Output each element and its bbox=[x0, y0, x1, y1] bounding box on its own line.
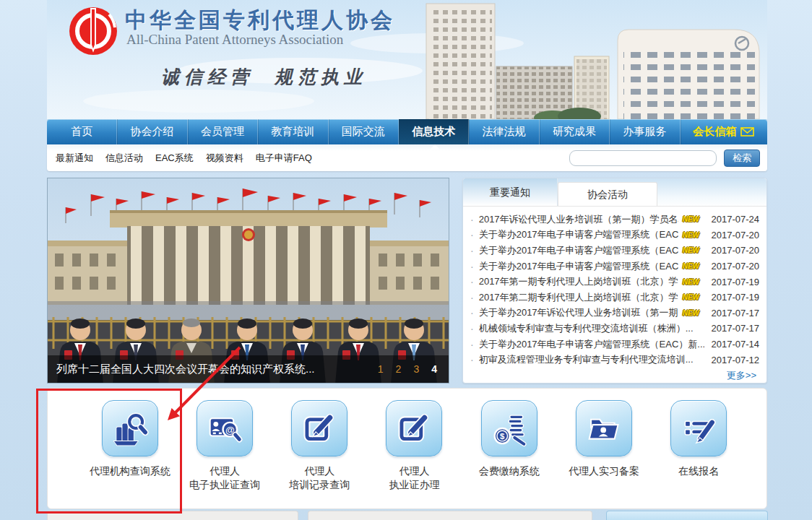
acpaa-logo bbox=[67, 4, 119, 58]
nav-item-training[interactable]: 教育培训 bbox=[258, 119, 328, 144]
search-button[interactable]: 检索 bbox=[724, 150, 760, 167]
new-badge: NEW bbox=[683, 215, 699, 223]
slogan-integrity: 诚信经营 bbox=[161, 65, 254, 89]
notice-title: 初审及流程管理业务专利审查与专利代理交流培训... bbox=[479, 353, 704, 366]
bullet-icon: · bbox=[470, 323, 474, 334]
edit-square-icon bbox=[301, 410, 338, 447]
active-tab-caret bbox=[429, 144, 441, 150]
nav-item-laws[interactable]: 法律法规 bbox=[469, 119, 539, 144]
notice-date: 2017-07-20 bbox=[704, 230, 759, 240]
id-card-search-icon: @ bbox=[206, 410, 243, 447]
notice-row[interactable]: ·关于举办2017年电子申请客户端管理系统（EAC）新...NEW2017-07… bbox=[470, 243, 759, 259]
quicklink-label: 代理人 培训记录查询 bbox=[289, 464, 350, 492]
bottom-panel-left bbox=[47, 511, 298, 520]
notice-title: 关于举办2017年电子申请客户端管理系统（EAC）新... bbox=[479, 244, 678, 257]
subnav-item-eac-system[interactable]: EAC系统 bbox=[155, 152, 194, 165]
quicklink-fee-payment-system[interactable]: $ 会费缴纳系统 bbox=[462, 400, 556, 508]
bullet-icon: · bbox=[470, 229, 474, 240]
nav-item-about[interactable]: 协会介绍 bbox=[117, 119, 187, 144]
pager-dot-1[interactable]: 1 bbox=[378, 363, 384, 375]
notice-row[interactable]: ·2017年第一期专利代理人上岗培训班（北京）学员...NEW2017-07-1… bbox=[470, 274, 759, 290]
photo-slideshow[interactable]: 列席十二届全国人大四次会议开幕会的知识产权系统... 1 2 3 4 bbox=[47, 178, 449, 384]
site-header: 中华全国专利代理人协会 All-China Patent Attorneys A… bbox=[47, 0, 767, 119]
main-nav: 首页 协会介绍 会员管理 教育培训 国际交流 信息技术 法律法规 研究成果 办事… bbox=[47, 119, 767, 144]
pager-dot-3[interactable]: 3 bbox=[413, 363, 419, 375]
notice-title: 机械领域专利审查与专利代理交流培训班（株洲）... bbox=[479, 322, 704, 335]
quicklink-icon-box bbox=[291, 400, 347, 456]
pager-dot-4-active[interactable]: 4 bbox=[431, 363, 437, 375]
nav-item-services[interactable]: 办事服务 bbox=[610, 119, 680, 144]
nav-label: 信息技术 bbox=[412, 125, 455, 139]
subnav-item-latest-notice[interactable]: 最新通知 bbox=[56, 152, 93, 165]
tab-important-notices-active[interactable]: 重要通知 bbox=[463, 178, 558, 206]
notice-row[interactable]: ·关于举办2017年电子申请客户端管理系统（EAC）新...2017-07-14 bbox=[470, 337, 759, 352]
coin-stack-icon: $ bbox=[491, 410, 528, 447]
label-line-1: 代理人实习备案 bbox=[569, 464, 639, 478]
slideshow-caption[interactable]: 列席十二届全国人大四次会议开幕会的知识产权系统... bbox=[56, 363, 378, 376]
org-name-english: All-China Patent Attorneys Association bbox=[126, 32, 343, 48]
label-line-2: 培训记录查询 bbox=[289, 478, 350, 492]
new-badge: NEW bbox=[683, 231, 699, 239]
label-line-2: 执业证办理 bbox=[389, 478, 439, 492]
label-line-2: 电子执业证查询 bbox=[189, 478, 260, 492]
quicklink-icon-box bbox=[102, 400, 158, 456]
nav-item-research[interactable]: 研究成果 bbox=[540, 119, 610, 144]
subnav-item-efiling-faq[interactable]: 电子申请FAQ bbox=[256, 152, 312, 165]
nav-label: 研究成果 bbox=[553, 125, 596, 139]
bottom-panel-middle bbox=[308, 511, 592, 520]
bullet-icon: · bbox=[470, 261, 474, 272]
new-badge: NEW bbox=[683, 246, 699, 254]
notice-tabstrip: 重要通知 协会活动 bbox=[463, 178, 766, 207]
nav-item-president-mailbox[interactable]: 会长信箱 bbox=[681, 119, 767, 144]
notice-row[interactable]: ·关于举办2017年诉讼代理人业务培训班（第一期）...NEW2017-07-1… bbox=[470, 306, 759, 321]
notice-date: 2017-07-19 bbox=[704, 292, 759, 303]
notice-date: 2017-07-12 bbox=[704, 355, 759, 365]
pager-dot-2[interactable]: 2 bbox=[396, 363, 402, 375]
new-badge: NEW bbox=[683, 278, 699, 286]
label-line-1: 会费缴纳系统 bbox=[479, 464, 540, 478]
notice-list: ·2017年诉讼代理人业务培训班（第一期）学员名单...NEW2017-07-2… bbox=[463, 207, 766, 368]
notice-title: 关于举办2017年诉讼代理人业务培训班（第一期）... bbox=[479, 306, 678, 319]
slideshow-pager: 1 2 3 4 bbox=[378, 363, 437, 375]
quicklink-agency-search-system[interactable]: 代理机构查询系统 bbox=[82, 400, 177, 508]
quicklink-training-records[interactable]: 代理人 培训记录查询 bbox=[272, 400, 367, 508]
subnav-item-info-activity[interactable]: 信息活动 bbox=[105, 152, 143, 165]
more-link[interactable]: 更多>> bbox=[463, 368, 766, 382]
notice-row[interactable]: ·2017年诉讼代理人业务培训班（第一期）学员名单...NEW2017-07-2… bbox=[470, 212, 759, 228]
search-input[interactable] bbox=[569, 150, 717, 166]
quicklink-license-processing[interactable]: 代理人 执业证办理 bbox=[367, 400, 462, 508]
nav-label: 首页 bbox=[71, 125, 92, 139]
quicklink-icon-box bbox=[576, 400, 632, 456]
nav-item-it-active[interactable]: 信息技术 bbox=[399, 119, 469, 144]
quicklink-e-license-query[interactable]: @ 代理人 电子执业证查询 bbox=[177, 400, 272, 508]
svg-text:$: $ bbox=[500, 432, 505, 441]
nav-item-international[interactable]: 国际交流 bbox=[329, 119, 399, 144]
quicklink-internship-filing[interactable]: 代理人实习备案 bbox=[556, 400, 651, 508]
mail-icon bbox=[740, 127, 754, 136]
bullet-icon: · bbox=[470, 354, 474, 365]
tab-association-activities[interactable]: 协会活动 bbox=[558, 182, 657, 206]
label-line-1: 在线报名 bbox=[678, 464, 719, 478]
notice-row[interactable]: ·初审及流程管理业务专利审查与专利代理交流培训...2017-07-12 bbox=[470, 352, 759, 368]
slideshow-caption-bar: 列席十二届全国人大四次会议开幕会的知识产权系统... 1 2 3 4 bbox=[48, 355, 449, 383]
acpaa-homepage: 中华全国专利代理人协会 All-China Patent Attorneys A… bbox=[0, 0, 812, 520]
notice-row[interactable]: ·机械领域专利审查与专利代理交流培训班（株洲）...2017-07-17 bbox=[470, 321, 759, 337]
sub-nav: 最新通知 信息活动 EAC系统 视频资料 电子申请FAQ 检索 bbox=[47, 144, 767, 171]
notice-row[interactable]: ·2017年第二期专利代理人上岗培训班（北京）学员...NEW2017-07-1… bbox=[470, 290, 759, 306]
nav-item-membership[interactable]: 会员管理 bbox=[188, 119, 258, 144]
bullet-icon: · bbox=[470, 307, 474, 318]
bullet-icon: · bbox=[470, 276, 474, 287]
notice-row[interactable]: ·关于举办2017年电子申请客户端管理系统（EAC）新...NEW2017-07… bbox=[470, 228, 759, 243]
notice-row[interactable]: ·关于举办2017年电子申请客户端管理系统（EAC）新...NEW2017-07… bbox=[470, 259, 759, 274]
form-pencil-icon bbox=[680, 410, 717, 447]
folder-person-icon bbox=[585, 410, 623, 447]
slogan-practice: 规范执业 bbox=[275, 65, 367, 89]
nav-label: 国际交流 bbox=[342, 125, 385, 139]
nav-label: 会员管理 bbox=[201, 125, 244, 139]
label-line-1: 代理人 bbox=[389, 464, 439, 478]
nav-item-home[interactable]: 首页 bbox=[47, 119, 117, 144]
subnav-item-video[interactable]: 视频资料 bbox=[206, 152, 243, 165]
nav-label: 教育培训 bbox=[271, 125, 314, 139]
quicklink-label: 代理人 执业证办理 bbox=[389, 464, 439, 492]
quicklink-online-registration[interactable]: 在线报名 bbox=[652, 400, 746, 508]
